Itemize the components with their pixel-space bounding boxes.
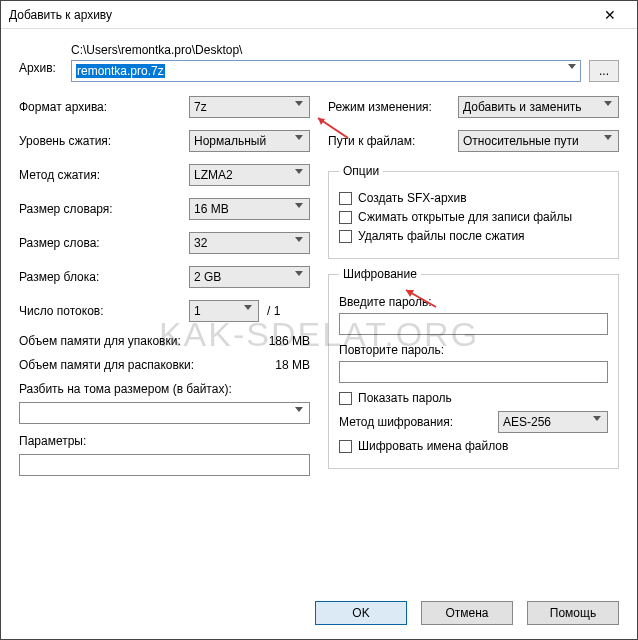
footer-buttons: OK Отмена Помощь [315, 601, 619, 625]
threads-select[interactable]: 1 [189, 300, 259, 322]
password2-input[interactable] [339, 361, 608, 383]
cancel-button[interactable]: Отмена [421, 601, 513, 625]
encrypt-names-checkbox[interactable] [339, 440, 352, 453]
enc-method-select[interactable]: AES-256 [498, 411, 608, 433]
options-legend: Опции [339, 164, 383, 178]
right-column: Режим изменения: Добавить и заменить Пут… [328, 96, 619, 477]
compress-open-label: Сжимать открытые для записи файлы [358, 210, 572, 224]
chevron-down-icon [295, 169, 303, 174]
chevron-down-icon [295, 101, 303, 106]
encryption-legend: Шифрование [339, 267, 421, 281]
update-mode-label: Режим изменения: [328, 100, 458, 114]
chevron-down-icon [604, 135, 612, 140]
params-label: Параметры: [19, 434, 310, 448]
password2-label: Повторите пароль: [339, 343, 608, 357]
dialog-window: Добавить к архиву ✕ Архив: C:\Users\remo… [0, 0, 638, 640]
password-input[interactable] [339, 313, 608, 335]
archive-row: Архив: C:\Users\remontka.pro\Desktop\ re… [19, 43, 619, 82]
params-input[interactable] [19, 454, 310, 476]
chevron-down-icon [593, 416, 601, 421]
close-icon[interactable]: ✕ [591, 1, 629, 28]
paths-select[interactable]: Относительные пути [458, 130, 619, 152]
titlebar: Добавить к архиву ✕ [1, 1, 637, 29]
enc-method-label: Метод шифрования: [339, 415, 488, 429]
chevron-down-icon [295, 237, 303, 242]
chevron-down-icon [244, 305, 252, 310]
block-label: Размер блока: [19, 270, 189, 284]
method-select[interactable]: LZMA2 [189, 164, 310, 186]
mem-unpack-value: 18 MB [275, 358, 310, 372]
chevron-down-icon [568, 64, 576, 69]
delete-after-label: Удалять файлы после сжатия [358, 229, 525, 243]
help-button[interactable]: Помощь [527, 601, 619, 625]
paths-label: Пути к файлам: [328, 134, 458, 148]
level-select[interactable]: Нормальный [189, 130, 310, 152]
dict-select[interactable]: 16 MB [189, 198, 310, 220]
sfx-label: Создать SFX-архив [358, 191, 467, 205]
dict-label: Размер словаря: [19, 202, 189, 216]
update-mode-select[interactable]: Добавить и заменить [458, 96, 619, 118]
compress-open-checkbox[interactable] [339, 211, 352, 224]
chevron-down-icon [295, 203, 303, 208]
left-column: Формат архива: 7z Уровень сжатия: Нормал… [19, 96, 310, 477]
chevron-down-icon [604, 101, 612, 106]
show-password-label: Показать пароль [358, 391, 452, 405]
threads-label: Число потоков: [19, 304, 189, 318]
mem-unpack-label: Объем памяти для распаковки: [19, 358, 194, 372]
mem-pack-label: Объем памяти для упаковки: [19, 334, 181, 348]
block-select[interactable]: 2 GB [189, 266, 310, 288]
sfx-checkbox[interactable] [339, 192, 352, 205]
format-select[interactable]: 7z [189, 96, 310, 118]
method-label: Метод сжатия: [19, 168, 189, 182]
word-select[interactable]: 32 [189, 232, 310, 254]
delete-after-checkbox[interactable] [339, 230, 352, 243]
mem-pack-value: 186 MB [269, 334, 310, 348]
browse-button[interactable]: ... [589, 60, 619, 82]
show-password-checkbox[interactable] [339, 392, 352, 405]
dialog-body: Архив: C:\Users\remontka.pro\Desktop\ re… [1, 29, 637, 639]
options-group: Опции Создать SFX-архив Сжимать открытые… [328, 164, 619, 259]
word-label: Размер слова: [19, 236, 189, 250]
encryption-group: Шифрование Введите пароль: Повторите пар… [328, 267, 619, 469]
format-label: Формат архива: [19, 100, 189, 114]
archive-name-value: remontka.pro.7z [76, 64, 165, 78]
chevron-down-icon [295, 271, 303, 276]
encrypt-names-label: Шифровать имена файлов [358, 439, 508, 453]
chevron-down-icon [295, 135, 303, 140]
threads-max: / 1 [267, 304, 280, 318]
level-label: Уровень сжатия: [19, 134, 189, 148]
split-label: Разбить на тома размером (в байтах): [19, 382, 310, 396]
password-label: Введите пароль: [339, 295, 608, 309]
ok-button[interactable]: OK [315, 601, 407, 625]
archive-path: C:\Users\remontka.pro\Desktop\ [71, 43, 619, 57]
archive-label: Архив: [19, 43, 71, 75]
chevron-down-icon [295, 407, 303, 412]
split-input[interactable] [19, 402, 310, 424]
archive-name-input[interactable]: remontka.pro.7z [71, 60, 581, 82]
window-title: Добавить к архиву [9, 8, 591, 22]
